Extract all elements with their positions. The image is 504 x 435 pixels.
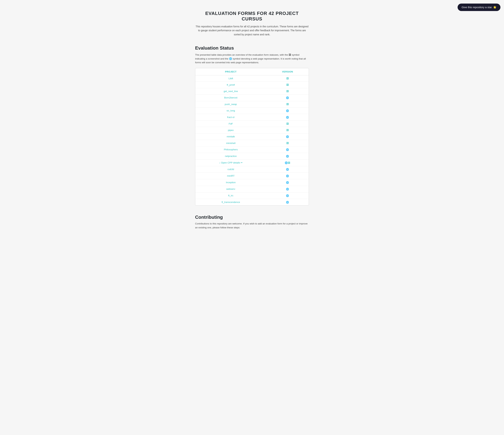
project-link[interactable]: Born2beroot: [224, 96, 237, 99]
project-link[interactable]: miniRT: [227, 174, 234, 177]
page-title: EVALUATION FORMS FOR 42 PROJECT CURSUS: [195, 11, 309, 22]
table-row: get_next_line🖼: [195, 88, 309, 94]
version-cell: 🖼: [266, 88, 309, 94]
version-cell: 🌐: [266, 173, 309, 179]
project-link[interactable]: so_long: [226, 109, 235, 112]
project-cell[interactable]: FdF: [195, 121, 266, 127]
table-row: Philosophers🌐: [195, 146, 309, 153]
version-cell: 🌐: [266, 153, 309, 159]
table-row: fract-ol🌐: [195, 114, 309, 121]
project-link[interactable]: Libft: [228, 77, 233, 80]
project-link[interactable]: Philosophers: [224, 148, 238, 151]
version-cell: 🌐: [266, 192, 309, 199]
project-cell[interactable]: fract-ol: [195, 114, 266, 121]
table-row: pipex🖼: [195, 127, 309, 133]
project-link[interactable]: webserv: [226, 188, 235, 190]
table-row: Libft🖼: [195, 75, 309, 82]
project-cell[interactable]: minishell: [195, 140, 266, 146]
table-row: cub3d🌐: [195, 166, 309, 173]
version-cell: 🌐: [266, 179, 309, 186]
top-bar: Give this repository a star. ⭐: [458, 4, 500, 11]
version-cell: 🌐: [266, 166, 309, 173]
project-cell[interactable]: miniRT: [195, 173, 266, 179]
project-cell-cpp: ↓ Open CPP details ••: [195, 159, 266, 166]
project-link[interactable]: pipex: [228, 129, 234, 131]
version-cell: 🌐: [266, 114, 309, 121]
col-version: VERSION: [266, 68, 309, 75]
cpp-details-link[interactable]: Open CPP details: [221, 161, 240, 164]
project-link[interactable]: push_swap: [225, 103, 237, 105]
project-cell[interactable]: so_long: [195, 107, 266, 114]
version-cell: 🌐: [266, 186, 309, 192]
table-row: FdF🖼: [195, 121, 309, 127]
main-content: EVALUATION FORMS FOR 42 PROJECT CURSUS T…: [191, 0, 313, 236]
version-cell: 🖼: [266, 82, 309, 88]
version-cell: 🖼: [266, 127, 309, 133]
table-row: minishell🖼: [195, 140, 309, 146]
project-cell[interactable]: minitalk: [195, 133, 266, 140]
project-cell[interactable]: ft_transcendence: [195, 199, 266, 205]
project-cell[interactable]: ft_irc: [195, 192, 266, 199]
page-description: This repository houses evaluation forms …: [195, 25, 309, 36]
evaluation-table-container: PROJECT VERSION Libft🖼ft_printf🖼get_next…: [195, 68, 309, 206]
project-link[interactable]: Inception: [226, 181, 236, 184]
project-link[interactable]: cub3d: [227, 168, 234, 171]
table-row: netpractice🌐: [195, 153, 309, 159]
project-link[interactable]: ft_transcendence: [222, 201, 240, 203]
project-cell[interactable]: ft_printf: [195, 82, 266, 88]
table-row: minitalk🌐: [195, 133, 309, 140]
contributing-text: Contributions to this repository are wel…: [195, 222, 309, 229]
evaluation-section: Evaluation Status The presented table da…: [195, 45, 309, 206]
contributing-section: Contributing Contributions to this repos…: [195, 215, 309, 229]
col-project: PROJECT: [195, 68, 266, 75]
project-cell[interactable]: pipex: [195, 127, 266, 133]
version-cell: 🖼: [266, 121, 309, 127]
version-cell: 🖼: [266, 75, 309, 82]
version-cell: 🌐: [266, 107, 309, 114]
table-row: ft_irc🌐: [195, 192, 309, 199]
star-repository-button[interactable]: Give this repository a star. ⭐: [458, 4, 500, 11]
project-link[interactable]: ft_irc: [228, 194, 233, 197]
table-row: ft_printf🖼: [195, 82, 309, 88]
table-row: webserv🌐: [195, 186, 309, 192]
version-cell-cpp: 🌐🖼: [266, 159, 309, 166]
project-link[interactable]: get_next_line: [224, 90, 238, 93]
evaluation-table: PROJECT VERSION Libft🖼ft_printf🖼get_next…: [195, 68, 309, 205]
project-cell[interactable]: webserv: [195, 186, 266, 192]
project-cell[interactable]: Inception: [195, 179, 266, 186]
project-cell[interactable]: cub3d: [195, 166, 266, 173]
contributing-title: Contributing: [195, 215, 309, 220]
table-row: so_long🌐: [195, 107, 309, 114]
table-row: ↓ Open CPP details ••🌐🖼: [195, 159, 309, 166]
evaluation-section-description: The presented table data provides an ove…: [195, 53, 309, 64]
project-cell[interactable]: get_next_line: [195, 88, 266, 94]
table-row: push_swap🖼: [195, 101, 309, 107]
version-cell: 🌐: [266, 133, 309, 140]
project-link[interactable]: minishell: [226, 142, 235, 144]
project-link[interactable]: netpractice: [225, 155, 237, 157]
table-row: Born2beroot🌐: [195, 94, 309, 101]
evaluation-section-title: Evaluation Status: [195, 45, 309, 51]
project-link[interactable]: FdF: [229, 122, 233, 125]
table-header-row: PROJECT VERSION: [195, 68, 309, 75]
project-cell[interactable]: Libft: [195, 75, 266, 82]
table-row: ft_transcendence🌐: [195, 199, 309, 205]
project-cell[interactable]: netpractice: [195, 153, 266, 159]
project-link[interactable]: ft_printf: [227, 84, 235, 86]
project-cell[interactable]: Born2beroot: [195, 94, 266, 101]
version-cell: 🖼: [266, 101, 309, 107]
project-cell[interactable]: Philosophers: [195, 146, 266, 153]
table-row: Inception🌐: [195, 179, 309, 186]
project-link[interactable]: fract-ol: [227, 116, 234, 119]
version-cell: 🌐: [266, 146, 309, 153]
version-cell: 🌐: [266, 94, 309, 101]
version-cell: 🖼: [266, 140, 309, 146]
project-link[interactable]: minitalk: [227, 135, 235, 138]
project-cell[interactable]: push_swap: [195, 101, 266, 107]
version-cell: 🌐: [266, 199, 309, 205]
table-row: miniRT🌐: [195, 173, 309, 179]
